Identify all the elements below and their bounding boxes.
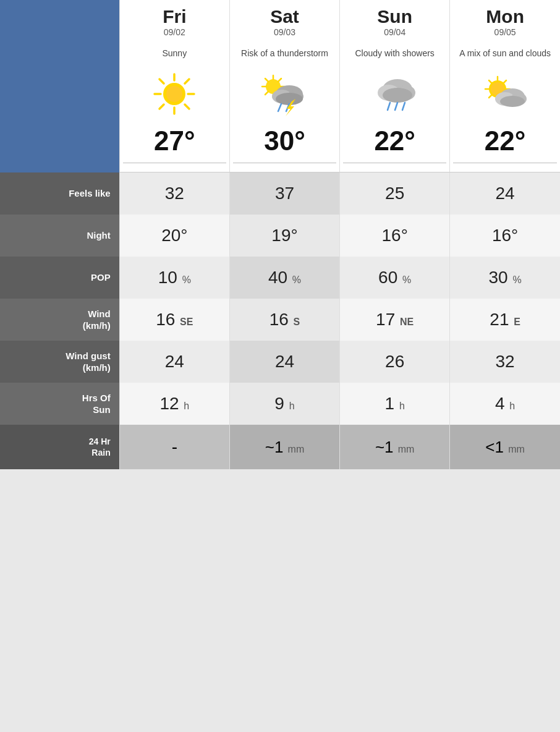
svg-line-32 (395, 103, 397, 110)
feels-fri: 32 (119, 172, 229, 215)
row-wind: Wind (km/h) 16 SE 16 S 17 NE 21 E (0, 299, 560, 341)
day-date-sun: 09/04 (343, 27, 446, 37)
header-label (0, 0, 119, 172)
label-hrs-sun: Hrs Of Sun (0, 383, 119, 425)
day-desc-sun: Cloudy with showers (343, 41, 446, 66)
wind-fri: 16 SE (119, 299, 229, 341)
day-col-sat: Sat 09/03 Risk of a thunderstorm (229, 0, 339, 172)
row-pop: POP 10 % 40 % 60 % 30 % (0, 257, 560, 299)
night-sat: 19° (229, 215, 339, 257)
day-col-mon: Mon 09/05 A mix of sun and clouds (450, 0, 560, 172)
svg-line-18 (278, 79, 281, 82)
rain-fri: - (119, 425, 229, 469)
label-pop: POP (0, 257, 119, 299)
wind-sat: 16 S (229, 299, 339, 341)
header-row: Fri 09/02 Sunny (0, 0, 560, 172)
svg-line-6 (185, 104, 189, 109)
gust-sat: 24 (229, 341, 339, 383)
row-night: Night 20° 19° 16° 16° (0, 215, 560, 257)
pop-sat: 40 % (229, 257, 339, 299)
rain-sat: ~1 mm (229, 425, 339, 469)
label-wind-gust: Wind gust (km/h) (0, 341, 119, 383)
pop-sun: 60 % (340, 257, 450, 299)
wind-dir-fri: SE (180, 317, 193, 327)
night-sun: 16° (340, 215, 450, 257)
night-mon: 16° (450, 215, 560, 257)
wind-dir-sat: S (294, 317, 300, 327)
label-feels: Feels like (0, 172, 119, 215)
svg-line-42 (489, 94, 493, 98)
svg-line-19 (265, 92, 268, 95)
row-wind-gust: Wind gust (km/h) 24 24 26 32 (0, 341, 560, 383)
pop-mon: 30 % (450, 257, 560, 299)
svg-line-5 (159, 79, 164, 83)
svg-line-16 (265, 79, 268, 82)
label-wind: Wind (km/h) (0, 299, 119, 341)
svg-line-31 (388, 103, 390, 110)
rain-unit-mon: mm (508, 444, 525, 454)
day-desc-fri: Sunny (123, 41, 226, 66)
day-col-fri: Fri 09/02 Sunny (119, 0, 229, 172)
hrs-unit-fri: h (184, 401, 189, 411)
svg-line-41 (503, 80, 506, 84)
unit-sun: % (402, 274, 411, 285)
gust-fri: 24 (119, 341, 229, 383)
hrs-fri: 12 h (119, 383, 229, 425)
hrs-sat: 9 h (229, 383, 339, 425)
unit-fri: % (182, 274, 191, 285)
temp-sat: 30° (233, 126, 336, 163)
row-hrs-sun: Hrs Of Sun 12 h 9 h 1 h 4 h (0, 383, 560, 425)
unit-sat: % (292, 274, 301, 285)
day-name-sun: Sun (343, 6, 446, 27)
weather-icon-fri (123, 72, 226, 122)
rain-unit-sat: mm (288, 444, 305, 454)
day-date-sat: 09/03 (233, 27, 336, 37)
unit-mon: % (512, 274, 521, 285)
wind-mon: 21 E (450, 299, 560, 341)
svg-point-30 (383, 88, 412, 103)
day-name-sat: Sat (233, 6, 336, 27)
weather-icon-mon (453, 72, 557, 122)
gust-sun: 26 (340, 341, 450, 383)
svg-point-10 (166, 86, 182, 102)
feels-sat: 37 (229, 172, 339, 215)
row-rain: 24 Hr Rain - ~1 mm ~1 mm <1 mm (0, 425, 560, 469)
hrs-mon: 4 h (450, 383, 560, 425)
svg-line-24 (278, 104, 281, 111)
temp-fri: 27° (123, 126, 226, 163)
weather-icon-sat (233, 72, 336, 122)
svg-line-39 (489, 80, 493, 84)
wind-dir-sun: NE (400, 317, 414, 327)
weather-icon-sun (343, 72, 446, 122)
wind-sun: 17 NE (340, 299, 450, 341)
rain-sun: ~1 mm (340, 425, 450, 469)
svg-line-33 (402, 103, 405, 110)
feels-sun: 25 (340, 172, 450, 215)
day-col-sun: Sun 09/04 Cloudy with showers 22° (340, 0, 450, 172)
temp-mon: 22° (453, 126, 557, 163)
weather-table: Fri 09/02 Sunny (0, 0, 560, 469)
day-desc-mon: A mix of sun and clouds (453, 41, 557, 66)
day-desc-sat: Risk of a thunderstorm (233, 41, 336, 66)
hrs-unit-mon: h (509, 401, 515, 411)
night-fri: 20° (119, 215, 229, 257)
hrs-sun: 1 h (340, 383, 450, 425)
temp-sun: 22° (343, 126, 446, 163)
wind-dir-mon: E (514, 317, 520, 327)
hrs-unit-sun: h (399, 401, 405, 411)
day-date-fri: 09/02 (123, 27, 226, 37)
day-name-fri: Fri (123, 6, 226, 27)
gust-mon: 32 (450, 341, 560, 383)
day-name-mon: Mon (453, 6, 557, 27)
rain-mon: <1 mm (450, 425, 560, 469)
pop-fri: 10 % (119, 257, 229, 299)
label-rain: 24 Hr Rain (0, 425, 119, 469)
label-night: Night (0, 215, 119, 257)
row-feels: Feels like 32 37 25 24 (0, 172, 560, 215)
svg-point-47 (500, 96, 525, 107)
hrs-unit-sat: h (289, 401, 295, 411)
svg-line-8 (159, 104, 164, 109)
rain-unit-sun: mm (398, 444, 415, 454)
feels-mon: 24 (450, 172, 560, 215)
day-date-mon: 09/05 (453, 27, 557, 37)
